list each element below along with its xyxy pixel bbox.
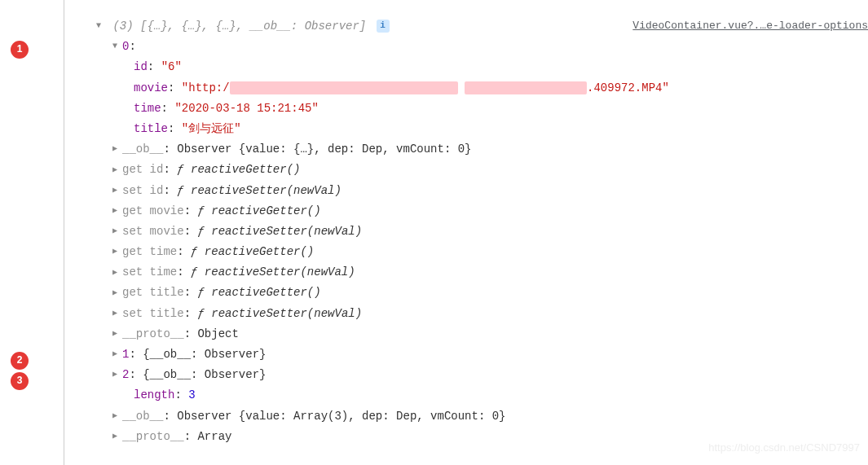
annotation-2: 2 <box>11 352 29 370</box>
key: length <box>134 388 174 401</box>
chevron-right-icon[interactable] <box>112 204 122 218</box>
prop-length[interactable]: length: 3 <box>73 385 860 406</box>
getter-id[interactable]: get id: ƒ reactiveGetter() <box>73 160 860 180</box>
value: Observer {value: {…}, dep: Dep, vmCount:… <box>177 143 471 156</box>
chevron-right-icon[interactable] <box>112 286 122 300</box>
key: __ob__ <box>122 143 163 156</box>
key: get movie <box>122 204 184 217</box>
item-0-row[interactable]: 0: <box>73 37 860 57</box>
value: 3 <box>188 388 195 401</box>
fn-symbol: ƒ <box>177 163 191 176</box>
key: get time <box>122 245 177 258</box>
key: movie <box>134 81 168 94</box>
setter-id[interactable]: set id: ƒ reactiveSetter(newVal) <box>73 181 860 201</box>
prop-proto[interactable]: __proto__: Object <box>73 324 860 344</box>
getter-time[interactable]: get time: ƒ reactiveGetter() <box>73 242 860 262</box>
value: reactiveGetter() <box>211 286 320 299</box>
fn-symbol: ƒ <box>197 286 211 299</box>
key: time <box>134 102 161 115</box>
value: reactiveGetter() <box>191 163 300 176</box>
value: Array <box>197 430 231 443</box>
value-pre: "http:/ <box>182 81 230 94</box>
value: "2020-03-18 15:21:45" <box>174 102 318 115</box>
key: get title <box>122 286 184 299</box>
getter-title[interactable]: get title: ƒ reactiveGetter() <box>73 283 860 303</box>
prop-time[interactable]: time: "2020-03-18 15:21:45" <box>73 99 860 119</box>
chevron-right-icon[interactable] <box>112 327 122 341</box>
prop-id[interactable]: id: "6" <box>73 57 860 77</box>
chevron-right-icon[interactable] <box>112 224 122 239</box>
getter-movie[interactable]: get movie: ƒ reactiveGetter() <box>73 201 860 222</box>
key: get id <box>122 163 163 176</box>
array-summary: (3) [{…}, {…}, {…}, __ob__: Observer] <box>112 20 366 33</box>
value: reactiveSetter(newVal) <box>205 265 355 279</box>
item-2-row[interactable]: 2: {__ob__: Observer} <box>73 365 860 385</box>
fn-symbol: ƒ <box>191 265 205 279</box>
key: set movie <box>122 225 184 238</box>
key: set title <box>122 307 184 320</box>
chevron-right-icon[interactable] <box>112 163 122 178</box>
fn-symbol: ƒ <box>197 204 211 217</box>
chevron-down-icon[interactable] <box>112 39 122 54</box>
item-1-row[interactable]: 1: {__ob__: Observer} <box>73 344 860 365</box>
annotation-3: 3 <box>11 372 29 390</box>
value-post: .409972.MP4" <box>587 81 669 94</box>
fn-symbol: ƒ <box>191 245 205 258</box>
key: set id <box>122 184 163 197</box>
key: __ob__ <box>122 410 163 423</box>
source-link[interactable]: VideoContainer.vue?.…e-loader-options <box>632 16 868 35</box>
value: reactiveGetter() <box>205 245 314 258</box>
panel-border <box>64 0 64 465</box>
value: reactiveGetter() <box>211 204 320 217</box>
key: id <box>134 60 148 73</box>
prop-title[interactable]: title: "剑与远征" <box>73 119 860 139</box>
redacted-block <box>230 81 458 94</box>
fn-symbol: ƒ <box>177 184 191 197</box>
value: {__ob__: Observer} <box>143 368 266 381</box>
fn-symbol: ƒ <box>197 307 211 320</box>
value: Object <box>197 327 238 340</box>
redacted-block <box>465 81 587 94</box>
chevron-right-icon[interactable] <box>112 306 122 321</box>
watermark: https://blog.csdn.net/CSND7997 <box>708 438 860 457</box>
key: title <box>134 122 168 135</box>
key: __proto__ <box>122 327 184 340</box>
setter-movie[interactable]: set movie: ƒ reactiveSetter(newVal) <box>73 222 860 242</box>
chevron-right-icon[interactable] <box>112 183 122 198</box>
chevron-right-icon[interactable] <box>112 265 122 280</box>
key: __proto__ <box>122 430 184 443</box>
chevron-down-icon[interactable] <box>96 19 106 33</box>
chevron-right-icon[interactable] <box>112 142 122 156</box>
value: "6" <box>161 60 182 73</box>
value: reactiveSetter(newVal) <box>191 184 341 197</box>
chevron-right-icon[interactable] <box>112 244 122 259</box>
chevron-right-icon[interactable] <box>112 367 122 382</box>
prop-movie[interactable]: movie: "http:/ .409972.MP4" <box>73 78 860 99</box>
colon: : <box>129 40 135 53</box>
annotation-1: 1 <box>11 41 29 59</box>
chevron-right-icon[interactable] <box>112 429 122 444</box>
setter-title[interactable]: set title: ƒ reactiveSetter(newVal) <box>73 304 860 324</box>
array-ob[interactable]: __ob__: Observer {value: Array(3), dep: … <box>73 406 860 427</box>
key: set time <box>122 265 177 279</box>
value: reactiveSetter(newVal) <box>211 225 362 238</box>
chevron-right-icon[interactable] <box>112 409 122 423</box>
value: {__ob__: Observer} <box>143 348 266 361</box>
fn-symbol: ƒ <box>197 225 211 238</box>
chevron-right-icon[interactable] <box>112 347 122 362</box>
setter-time[interactable]: set time: ƒ reactiveSetter(newVal) <box>73 262 860 283</box>
info-icon[interactable]: i <box>377 20 390 33</box>
prop-ob[interactable]: __ob__: Observer {value: {…}, dep: Dep, … <box>73 139 860 160</box>
value: Observer {value: Array(3), dep: Dep, vmC… <box>177 410 505 423</box>
value: "剑与远征" <box>182 122 241 135</box>
value: reactiveSetter(newVal) <box>211 307 362 320</box>
